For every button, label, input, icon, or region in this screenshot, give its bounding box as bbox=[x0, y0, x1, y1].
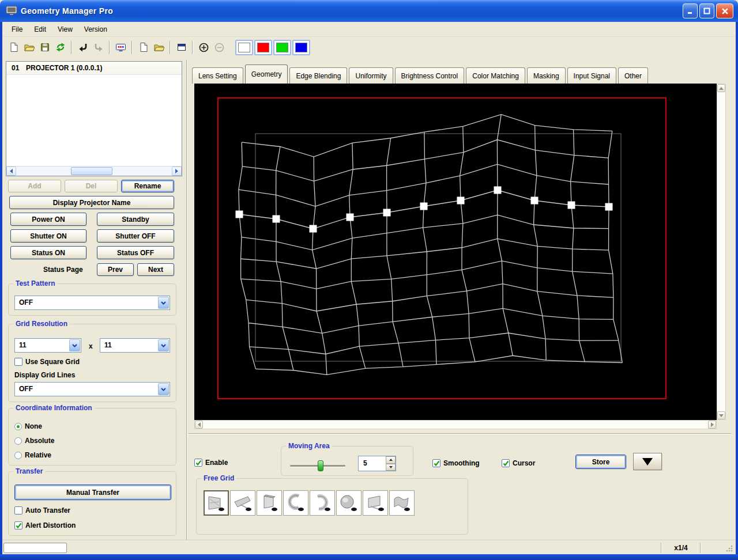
alert-distortion-checkbox[interactable] bbox=[14, 521, 22, 529]
tab-geometry[interactable]: Geometry bbox=[245, 65, 288, 84]
coord-none-radio[interactable] bbox=[14, 423, 22, 430]
scrollbar-thumb[interactable] bbox=[71, 167, 112, 175]
tab-masking[interactable]: Masking bbox=[527, 67, 566, 84]
test-pattern-select[interactable]: OFF bbox=[14, 296, 170, 310]
chevron-down-icon[interactable] bbox=[158, 339, 169, 351]
free-grid-shape-leaning-button[interactable] bbox=[257, 490, 282, 516]
new-file-button-2[interactable] bbox=[135, 40, 151, 55]
new-file-button[interactable] bbox=[6, 40, 21, 55]
canvas-hscrollbar[interactable] bbox=[194, 420, 717, 429]
open-file-button-2[interactable] bbox=[151, 40, 167, 55]
grid-v-select[interactable]: 11 bbox=[100, 338, 170, 353]
free-grid-shape-flat-button[interactable] bbox=[204, 490, 229, 516]
spinner-up-button[interactable] bbox=[386, 456, 396, 464]
store-button[interactable]: Store bbox=[575, 455, 626, 469]
manual-transfer-button[interactable]: Manual Transfer bbox=[14, 485, 171, 500]
menu-view[interactable]: View bbox=[52, 23, 78, 36]
grid-handle[interactable] bbox=[494, 187, 502, 194]
display-grid-lines-select[interactable]: OFF bbox=[14, 382, 170, 396]
free-grid-shape-dome-button[interactable] bbox=[336, 490, 362, 516]
tab-uniformity[interactable]: Uniformity bbox=[349, 67, 393, 84]
scroll-left-arrow[interactable] bbox=[195, 421, 203, 429]
projector-list[interactable]: 01 PROJECTOR 1 (0.0.0.1) bbox=[6, 61, 182, 176]
free-grid-shape-curved-button[interactable] bbox=[283, 490, 308, 516]
scroll-down-arrow[interactable] bbox=[717, 411, 725, 419]
maximize-button[interactable] bbox=[699, 3, 714, 18]
scroll-up-arrow[interactable] bbox=[717, 84, 725, 92]
grid-handle[interactable] bbox=[347, 214, 354, 221]
tab-brightness-control[interactable]: Brightness Control bbox=[395, 67, 465, 84]
swatch-green-button[interactable] bbox=[273, 40, 291, 55]
grid-handle[interactable] bbox=[383, 209, 391, 217]
swatch-blue-button[interactable] bbox=[292, 40, 310, 55]
canvas-vscrollbar[interactable] bbox=[717, 84, 726, 420]
menu-edit[interactable]: Edit bbox=[28, 23, 52, 36]
del-button[interactable]: Del bbox=[65, 180, 118, 192]
menu-file[interactable]: File bbox=[6, 23, 28, 36]
smoothing-checkbox[interactable] bbox=[432, 459, 440, 467]
use-square-grid-checkbox[interactable] bbox=[14, 358, 22, 366]
free-grid-shape-tilted-button[interactable] bbox=[230, 490, 255, 516]
coord-relative-radio[interactable] bbox=[14, 452, 22, 459]
free-grid-shape-angled-button[interactable] bbox=[363, 490, 388, 516]
grid-handle[interactable] bbox=[236, 211, 243, 218]
slider-thumb[interactable] bbox=[318, 460, 323, 471]
menu-version[interactable]: Version bbox=[78, 23, 113, 36]
open-file-button[interactable] bbox=[21, 40, 37, 55]
shutter-off-button[interactable]: Shutter OFF bbox=[97, 229, 174, 243]
redo-button-disabled[interactable] bbox=[91, 40, 106, 55]
swatch-red-button[interactable] bbox=[254, 40, 272, 55]
refresh-button[interactable] bbox=[52, 40, 68, 55]
geometry-canvas[interactable] bbox=[194, 84, 717, 420]
grid-h-select[interactable]: 11 bbox=[14, 338, 81, 353]
grid-handle[interactable] bbox=[531, 197, 539, 205]
tab-input-signal[interactable]: Input Signal bbox=[567, 67, 616, 84]
grid-handle[interactable] bbox=[420, 203, 428, 210]
zoom-in-button[interactable] bbox=[196, 40, 212, 55]
auto-transfer-checkbox[interactable] bbox=[14, 506, 22, 514]
shutter-on-button[interactable]: Shutter ON bbox=[10, 229, 86, 243]
coord-absolute-radio[interactable] bbox=[14, 437, 22, 445]
undo-button[interactable] bbox=[75, 40, 91, 55]
grid-handle[interactable] bbox=[605, 203, 613, 211]
free-grid-shape-wavy-button[interactable] bbox=[389, 490, 415, 516]
grid-handle[interactable] bbox=[568, 202, 575, 209]
resize-grip[interactable] bbox=[725, 544, 733, 553]
enable-checkbox[interactable] bbox=[194, 459, 202, 467]
window-frame-button[interactable] bbox=[174, 40, 189, 55]
standby-button[interactable]: Standby bbox=[97, 213, 174, 226]
projector-list-item[interactable]: 01 PROJECTOR 1 (0.0.0.1) bbox=[6, 62, 182, 75]
chevron-down-icon[interactable] bbox=[69, 339, 80, 351]
projector-display-button[interactable] bbox=[113, 40, 129, 55]
chevron-down-icon[interactable] bbox=[158, 383, 169, 395]
save-button[interactable] bbox=[37, 40, 52, 55]
rename-button[interactable]: Rename bbox=[121, 180, 174, 192]
display-projector-name-button[interactable]: Display Projector Name bbox=[9, 196, 174, 209]
cursor-checkbox[interactable] bbox=[502, 459, 510, 467]
store-dropdown-button[interactable] bbox=[633, 453, 662, 470]
tab-other[interactable]: Other bbox=[618, 67, 648, 84]
grid-handle[interactable] bbox=[310, 225, 317, 233]
tab-lens-setting[interactable]: Lens Setting bbox=[192, 67, 243, 84]
close-button[interactable] bbox=[716, 3, 733, 18]
grid-handle[interactable] bbox=[457, 197, 465, 205]
add-button[interactable]: Add bbox=[8, 180, 61, 192]
next-button[interactable]: Next bbox=[137, 263, 174, 276]
grid-handle[interactable] bbox=[273, 215, 280, 223]
scroll-left-arrow[interactable] bbox=[6, 167, 16, 176]
scroll-right-arrow[interactable] bbox=[172, 167, 182, 176]
tab-color-matching[interactable]: Color Matching bbox=[466, 67, 525, 84]
minimize-button[interactable] bbox=[683, 3, 698, 18]
status-on-button[interactable]: Status ON bbox=[10, 246, 86, 259]
projector-list-hscrollbar[interactable] bbox=[6, 166, 182, 176]
scroll-right-arrow[interactable] bbox=[708, 421, 716, 429]
swatch-white-button[interactable] bbox=[235, 40, 253, 55]
chevron-down-icon[interactable] bbox=[158, 297, 169, 309]
free-grid-shape-curved-2-button[interactable] bbox=[310, 490, 335, 516]
moving-area-spinner[interactable]: 5 bbox=[358, 456, 396, 471]
power-on-button[interactable]: Power ON bbox=[10, 213, 86, 226]
spinner-down-button[interactable] bbox=[386, 464, 396, 471]
tab-edge-blending[interactable]: Edge Blending bbox=[289, 67, 347, 84]
moving-area-slider[interactable] bbox=[290, 465, 345, 467]
status-off-button[interactable]: Status OFF bbox=[97, 246, 174, 259]
